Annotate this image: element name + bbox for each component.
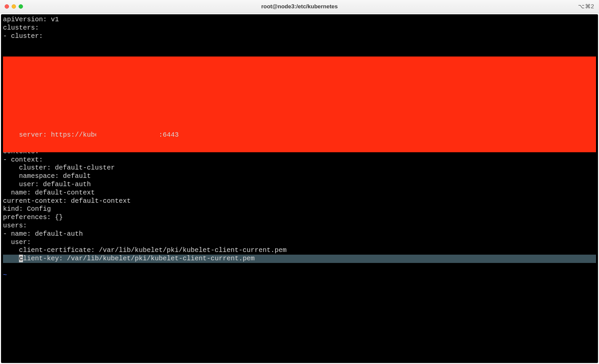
file-line: server: https://kube. :6443 [3,131,179,139]
file-line: current-context: default-context [3,197,131,205]
traffic-lights [5,4,23,9]
file-line: name: default-context [3,189,95,196]
file-line: - name: default-auth [3,230,83,238]
minimize-icon[interactable] [12,4,16,9]
file-line: preferences: {} [3,213,63,221]
file-line: client-certificate: /var/lib/kubelet/pki… [3,246,287,254]
terminal-content[interactable]: apiVersion: v1 clusters: - cluster: serv… [1,14,598,363]
file-line: clusters: [3,24,39,32]
file-line: cluster: default-cluster [3,164,115,172]
file-line: user: [3,238,31,246]
close-icon[interactable] [5,4,9,9]
file-line: apiVersion: v1 [3,16,59,23]
server-port: :6443 [159,131,179,139]
window-titlebar[interactable]: root@node3:/etc/kubernetes ⌥⌘2 [0,0,599,13]
cursor: c [19,255,23,262]
file-line: user: default-auth [3,181,91,188]
shortcut-indicator: ⌥⌘2 [578,3,594,10]
window-title: root@node3:/etc/kubernetes [261,3,338,10]
line-indent [3,255,19,262]
file-line: users: [3,222,27,229]
maximize-icon[interactable] [19,4,23,9]
line-rest: lient-key: /var/lib/kubelet/pki/kubelet-… [23,255,255,262]
cursor-line: client-key: /var/lib/kubelet/pki/kubelet… [3,255,596,263]
file-line: - context: [3,156,43,164]
terminal-window: root@node3:/etc/kubernetes ⌥⌘2 apiVersio… [0,0,599,364]
server-url-prefix: server: https://kube. [3,131,103,139]
vim-tilde: ~ [3,271,7,279]
redaction-inline [96,131,146,139]
file-line: namespace: default [3,172,91,180]
file-line: kind: Config [3,205,51,213]
file-line: - cluster: [3,32,43,40]
